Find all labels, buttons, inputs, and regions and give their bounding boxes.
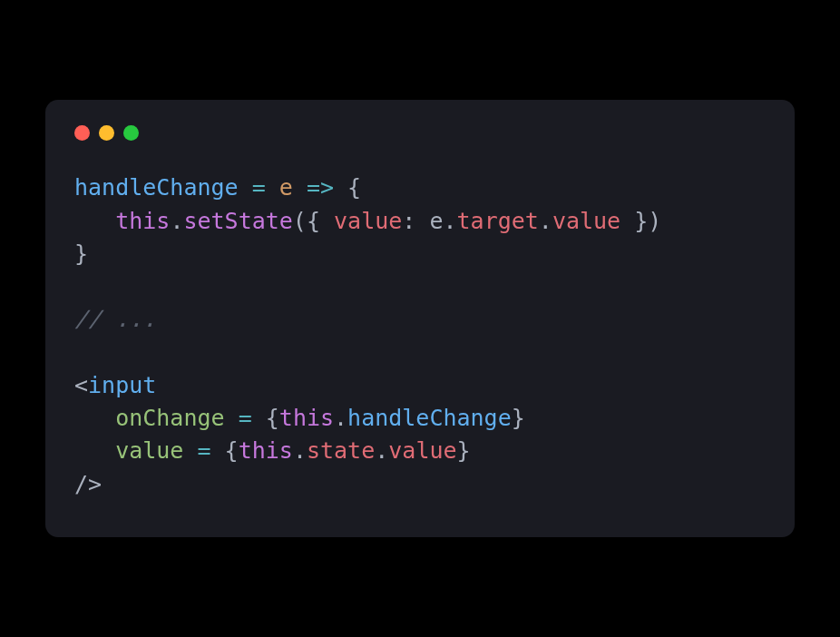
code-token: = xyxy=(252,174,266,201)
close-icon[interactable] xyxy=(74,125,90,141)
code-token: value xyxy=(334,208,402,234)
code-token: e xyxy=(429,208,443,234)
code-token: => xyxy=(307,174,334,201)
code-token: /> xyxy=(74,471,102,497)
code-token: handleChange xyxy=(74,174,239,201)
code-token xyxy=(266,174,279,201)
code-token: : xyxy=(402,208,429,234)
code-token: { xyxy=(266,405,279,431)
code-token xyxy=(183,437,197,464)
code-token: . xyxy=(443,208,456,234)
code-token: = xyxy=(197,437,210,464)
code-token: e xyxy=(279,174,293,201)
code-token xyxy=(239,174,252,201)
minimize-icon[interactable] xyxy=(99,125,114,141)
code-token: . xyxy=(293,437,307,464)
code-token: state xyxy=(307,437,375,464)
code-token xyxy=(334,174,347,201)
code-token: handleChange xyxy=(347,405,512,431)
code-window: handleChange = e => { this.setState({ va… xyxy=(45,100,795,537)
code-token: . xyxy=(170,208,183,234)
code-token: . xyxy=(539,208,552,234)
code-token xyxy=(293,174,307,201)
code-token: } xyxy=(620,208,648,234)
maximize-icon[interactable] xyxy=(123,125,139,141)
code-token: { xyxy=(225,437,239,464)
code-token: value xyxy=(552,208,620,234)
window-titlebar xyxy=(74,125,766,141)
code-token: } xyxy=(74,240,88,267)
code-token xyxy=(74,208,115,234)
code-token: { xyxy=(347,174,361,201)
code-token xyxy=(252,405,266,431)
code-token: target xyxy=(457,208,539,234)
code-token: ) xyxy=(648,208,661,234)
code-token: onChange xyxy=(115,405,224,431)
code-token: . xyxy=(375,437,388,464)
code-token: setState xyxy=(183,208,292,234)
code-token: < xyxy=(74,372,88,398)
code-token xyxy=(74,437,115,464)
code-block: handleChange = e => { this.setState({ va… xyxy=(74,172,766,501)
code-token: = xyxy=(239,405,252,431)
code-token: this xyxy=(239,437,293,464)
code-token: } xyxy=(512,405,525,431)
code-token xyxy=(74,405,115,431)
code-token: this xyxy=(115,208,170,234)
code-token: value xyxy=(388,437,456,464)
code-token: value xyxy=(115,437,183,464)
code-token: this xyxy=(279,405,334,431)
code-token xyxy=(211,437,225,464)
code-token: // ... xyxy=(74,306,156,332)
code-token: } xyxy=(457,437,471,464)
code-token: ( xyxy=(293,208,307,234)
code-token: . xyxy=(334,405,347,431)
code-token: { xyxy=(307,208,334,234)
code-token: input xyxy=(88,372,156,398)
code-token xyxy=(225,405,239,431)
